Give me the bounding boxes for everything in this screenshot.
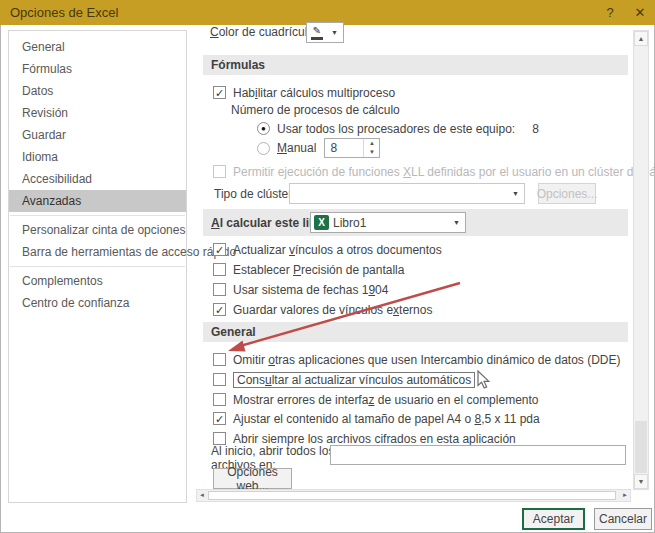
accept-button[interactable]: Aceptar bbox=[522, 508, 585, 530]
checkbox-label: Guardar valores de vínculos externos bbox=[233, 303, 432, 317]
dropdown-arrow-icon: ▼ bbox=[448, 219, 465, 226]
checkbox-box bbox=[213, 165, 226, 178]
checkbox-update-links[interactable]: ✓ Actualizar vínculos a otros documentos bbox=[213, 241, 442, 258]
checkbox-box bbox=[213, 263, 226, 276]
checkbox-box: ✓ bbox=[213, 86, 226, 99]
grid-color-dropdown[interactable]: ✎ ▼ bbox=[306, 22, 344, 43]
excel-workbook-icon: X bbox=[314, 215, 329, 230]
mouse-cursor-icon bbox=[477, 370, 491, 390]
checkbox-label: Ajustar el contenido al tamaño de papel … bbox=[233, 412, 540, 426]
sidebar-item-barra-acceso-rapido[interactable]: Barra de herramientas de acceso rápido bbox=[9, 241, 186, 263]
checkbox-box bbox=[213, 373, 226, 386]
checkbox-save-external-link-values[interactable]: ✓ Guardar valores de vínculos externos bbox=[213, 301, 432, 318]
checkbox-box: ✓ bbox=[213, 303, 226, 316]
checkbox-label: Usar sistema de fechas 1904 bbox=[233, 283, 388, 297]
startup-folder-label-line1: Al inicio, abrir todos los bbox=[211, 444, 334, 458]
radio-all-processors[interactable]: ● Usar todos los procesadores de este eq… bbox=[257, 120, 539, 137]
stepper-value: 8 bbox=[325, 139, 363, 157]
processor-count-value: 8 bbox=[532, 122, 539, 136]
section-header-general: General bbox=[203, 322, 628, 342]
checkbox-scale-a4-paper[interactable]: ✓ Ajustar el contenido al tamaño de pape… bbox=[213, 410, 540, 427]
scroll-right-icon[interactable]: ► bbox=[620, 490, 630, 501]
section-header-formulas: Fórmulas bbox=[203, 55, 628, 75]
radio-icon: ● bbox=[257, 122, 270, 135]
processes-count-label: Número de procesos de cálculo bbox=[231, 101, 400, 118]
sidebar-item-revision[interactable]: Revisión bbox=[9, 102, 186, 124]
dropdown-arrow-icon: ▼ bbox=[326, 29, 343, 36]
checkbox-box bbox=[213, 393, 226, 406]
checkbox-xll-cluster: Permitir ejecución de funciones XLL defi… bbox=[213, 163, 655, 180]
category-sidebar: General Fórmulas Datos Revisión Guardar … bbox=[8, 30, 187, 503]
pen-color-icon: ✎ bbox=[311, 25, 323, 40]
grid-color-label: Color de cuadrícula bbox=[210, 25, 314, 39]
vertical-scrollbar-thumb[interactable] bbox=[635, 421, 647, 473]
checkbox-label: Habilitar cálculos multiproceso bbox=[233, 86, 395, 100]
sidebar-item-idioma[interactable]: Idioma bbox=[9, 146, 186, 168]
checkbox-label: Omitir otras aplicaciones que usen Inter… bbox=[233, 353, 621, 367]
dropdown-arrow-icon: ▼ bbox=[507, 190, 524, 197]
sidebar-item-general[interactable]: General bbox=[9, 36, 186, 58]
sidebar-item-accesibilidad[interactable]: Accesibilidad bbox=[9, 168, 186, 190]
sidebar-item-guardar[interactable]: Guardar bbox=[9, 124, 186, 146]
grid-color-row: Color de cuadrícula bbox=[210, 23, 314, 41]
radio-label: Manual bbox=[277, 141, 316, 155]
sidebar-divider bbox=[10, 215, 185, 216]
sidebar-divider bbox=[10, 266, 185, 267]
web-options-button[interactable]: Opciones web... bbox=[213, 468, 292, 489]
horizontal-scrollbar-thumb[interactable] bbox=[208, 491, 616, 500]
checkbox-1904-dates[interactable]: Usar sistema de fechas 1904 bbox=[213, 281, 388, 298]
checkbox-multithread[interactable]: ✓ Habilitar cálculos multiproceso bbox=[213, 84, 395, 101]
radio-icon bbox=[257, 142, 270, 155]
scroll-down-icon[interactable]: ▼ bbox=[634, 474, 648, 489]
radio-manual[interactable]: Manual 8 ▲ ▼ bbox=[257, 138, 380, 158]
checkbox-show-addin-ui-errors[interactable]: Mostrar errores de interfaz de usuario e… bbox=[213, 391, 539, 408]
checkbox-label: Establecer Precisión de pantalla bbox=[233, 263, 404, 277]
checkbox-label: Mostrar errores de interfaz de usuario e… bbox=[233, 393, 539, 407]
startup-folder-input[interactable] bbox=[330, 445, 626, 465]
sidebar-item-complementos[interactable]: Complementos bbox=[9, 270, 186, 292]
scroll-left-icon[interactable]: ◄ bbox=[197, 490, 207, 501]
checkbox-ignore-dde[interactable]: Omitir otras aplicaciones que usen Inter… bbox=[213, 351, 621, 368]
horizontal-scrollbar[interactable]: ◄ ► bbox=[196, 489, 631, 502]
sidebar-item-centro-confianza[interactable]: Centro de confianza bbox=[9, 292, 186, 314]
cancel-button[interactable]: Cancelar bbox=[594, 508, 652, 530]
checkbox-box: ✓ bbox=[213, 243, 226, 256]
scroll-up-icon[interactable]: ▲ bbox=[634, 31, 648, 46]
sidebar-item-avanzadas[interactable]: Avanzadas bbox=[9, 190, 186, 212]
help-icon[interactable]: ? bbox=[595, 0, 625, 25]
stepper-up-icon[interactable]: ▲ bbox=[364, 139, 379, 148]
radio-label: Usar todos los procesadores de este equi… bbox=[277, 122, 515, 136]
workbook-name: Libro1 bbox=[333, 216, 366, 230]
checkbox-precision-displayed[interactable]: Establecer Precisión de pantalla bbox=[213, 261, 404, 278]
close-icon[interactable]: ✕ bbox=[625, 0, 655, 25]
dialog-title: Opciones de Excel bbox=[10, 0, 118, 25]
stepper-down-icon[interactable]: ▼ bbox=[364, 148, 379, 157]
checkbox-box: ✓ bbox=[213, 412, 226, 425]
checkbox-label-focused: Consultar al actualizar vínculos automát… bbox=[233, 372, 475, 388]
vertical-scrollbar[interactable]: ▲ ▼ bbox=[633, 30, 649, 490]
checkbox-label: Actualizar vínculos a otros documentos bbox=[233, 243, 442, 257]
sidebar-item-personalizar-cinta[interactable]: Personalizar cinta de opciones bbox=[9, 219, 186, 241]
sidebar-item-datos[interactable]: Datos bbox=[9, 80, 186, 102]
sidebar-item-formulas[interactable]: Fórmulas bbox=[9, 58, 186, 80]
manual-threads-stepper[interactable]: 8 ▲ ▼ bbox=[324, 138, 380, 158]
cluster-type-label: Tipo de clúster: bbox=[214, 185, 296, 202]
checkbox-box bbox=[213, 353, 226, 366]
cluster-options-button: Opciones... bbox=[538, 183, 596, 204]
checkbox-label: Permitir ejecución de funciones XLL defi… bbox=[233, 165, 655, 179]
checkbox-box bbox=[213, 283, 226, 296]
workbook-dropdown[interactable]: X Libro1 ▼ bbox=[310, 212, 466, 233]
checkbox-ask-update-links[interactable]: Consultar al actualizar vínculos automát… bbox=[213, 371, 475, 388]
cluster-type-dropdown: ▼ bbox=[289, 183, 525, 204]
